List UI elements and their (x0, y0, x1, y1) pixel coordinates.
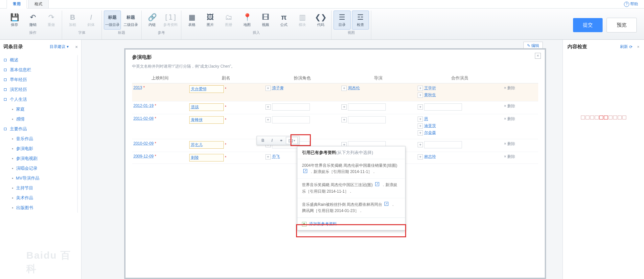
heading1-button[interactable]: 标题一级目录 (104, 11, 121, 30)
heading2-button[interactable]: 标题二级目录 (122, 11, 139, 30)
add-role-button[interactable]: + (265, 104, 271, 110)
code-button[interactable]: ❮❯代码 (312, 11, 329, 30)
toc-item[interactable]: 家庭 (3, 104, 76, 114)
table-row: 2012-01-19 * 逆战 * + + + × 删除 (132, 101, 538, 114)
toc-item[interactable]: 感情 (3, 114, 76, 124)
coactor-field[interactable]: 迪亚茨 (424, 123, 436, 129)
movie-title-field[interactable]: 天台爱情 (189, 85, 224, 93)
check-pagination[interactable] (567, 116, 639, 119)
role-field[interactable]: 乔飞 (272, 154, 280, 160)
add-director-button[interactable]: + (341, 104, 347, 110)
toc-item[interactable]: 主持节目 (3, 183, 76, 193)
tab-format[interactable]: 格式 (28, 0, 49, 8)
add-director-button[interactable]: + (341, 117, 347, 122)
release-date-field[interactable]: 2012-01-19 (133, 103, 153, 108)
toc-item[interactable]: 演唱会记录 (3, 163, 76, 173)
reference-item[interactable]: 2004年世界音乐奖揭晓 周杰伦获中国最佳销量奖(组图) ．新浪娱乐［引用日期 … (297, 159, 405, 179)
release-date-field[interactable]: 2013 (133, 85, 142, 90)
image-button[interactable]: 🖼图片 (202, 11, 219, 30)
toc-suggest-link[interactable]: 目录建议 ▾ (50, 44, 68, 50)
mini-italic-button[interactable]: I (267, 137, 277, 144)
check-close-button[interactable]: × (637, 45, 639, 49)
reference-item[interactable]: 世界音乐奖揭晓 周杰伦中国区三连冠(图) ．新浪娱乐［引用日期 2014-11-… (297, 179, 405, 198)
add-role-button[interactable]: + (265, 154, 271, 160)
release-date-field[interactable]: 2009-12-09 (133, 154, 153, 159)
coactor-field[interactable]: 尔金森 (424, 130, 436, 136)
delete-row-button[interactable]: × 删除 (504, 86, 515, 90)
add-coactor-button[interactable]: + (418, 154, 423, 160)
toc-item[interactable]: 早年经历 (3, 75, 76, 85)
toc-item[interactable]: 参演电视剧 (3, 154, 76, 163)
formula-button[interactable]: π公式 (275, 11, 292, 30)
tab-common[interactable]: 常用 (7, 0, 27, 9)
table-button[interactable]: ▦表格 (183, 11, 200, 30)
director-field[interactable]: 周杰伦 (348, 85, 360, 91)
movie-title-field[interactable]: 青蜂侠 (189, 116, 224, 124)
add-coactor-button[interactable]: + (418, 123, 423, 129)
release-date-field[interactable]: 2011-02-08 (133, 116, 153, 121)
video-button[interactable]: 🎞视频 (257, 11, 274, 30)
mini-reference-button[interactable]: [1]▾ (286, 137, 298, 144)
movie-title-field[interactable]: 逆战 (189, 103, 224, 111)
role-field[interactable] (272, 116, 310, 123)
map-button[interactable]: 📍地图 (239, 11, 256, 30)
toc-item[interactable]: 演艺经历 (3, 85, 76, 95)
release-date-field[interactable]: 2010-02-09 (133, 141, 153, 146)
coactor-field[interactable]: 林志玲 (424, 154, 436, 160)
add-coactor-button[interactable]: + (418, 130, 423, 136)
delete-row-button[interactable]: × 删除 (504, 154, 515, 159)
role-field[interactable] (272, 103, 310, 111)
director-field[interactable] (348, 103, 386, 111)
innerlink-button[interactable]: 🔗内链 (144, 11, 161, 30)
role-field[interactable]: 浪子膏 (272, 85, 284, 91)
add-director-button[interactable]: + (341, 86, 347, 91)
coactor-field[interactable]: 黄秋生 (424, 92, 436, 98)
modal-close-button[interactable]: × (535, 53, 541, 59)
reference-button: [1]参考资料 (162, 11, 179, 30)
preview-button[interactable]: 预览 (607, 18, 637, 32)
check-toggle-button[interactable]: ☲检查 (352, 11, 369, 30)
reference-item[interactable]: 音乐盛典Rain被粉丝扑倒 周杰伦蔡依林再同台 ．腾讯网［引用日期 2014-0… (297, 198, 405, 218)
coactor-field[interactable] (424, 103, 462, 111)
director-field[interactable] (348, 116, 386, 123)
add-role-button[interactable]: + (265, 86, 271, 91)
toc-item[interactable]: 出版图书 (3, 203, 76, 213)
toc-item[interactable]: 音乐作品 (3, 134, 76, 144)
movie-title-field[interactable]: 刺陵 (189, 154, 224, 161)
toc-item[interactable]: 美术作品 (3, 193, 76, 203)
add-coactor-button[interactable]: + (418, 93, 423, 98)
delete-row-button[interactable]: × 删除 (504, 104, 515, 108)
undo-button[interactable]: ↶撤销 (24, 11, 41, 30)
coactor-field[interactable]: 王学圻 (424, 85, 436, 91)
delete-row-button[interactable]: × 删除 (504, 141, 515, 146)
table-row: 2011-02-08 * 青蜂侠 * + + +恩+迪亚茨+尔金森 × 删除 (132, 114, 538, 139)
movie-title-field[interactable]: 苏乞儿 (189, 141, 224, 149)
col-title: 剧名 (188, 73, 264, 83)
toc-toggle-button[interactable]: ☰目录 (334, 11, 351, 30)
check-refresh-button[interactable]: 刷新 (620, 44, 628, 50)
coactor-field[interactable]: 恩 (424, 116, 428, 122)
submit-button[interactable]: 提交 (573, 18, 603, 32)
add-coactor-button[interactable]: + (418, 142, 423, 147)
add-coactor-button[interactable]: + (418, 117, 423, 122)
toc-item[interactable]: 基本信息栏 (3, 65, 76, 75)
toc-item[interactable]: MV导演作品 (3, 173, 76, 183)
refresh-icon: ⟳ (629, 45, 632, 49)
toc-item[interactable]: 个人生活 (3, 95, 76, 104)
add-new-reference-button[interactable]: 添加新参考资料 (297, 218, 405, 230)
mini-link-button[interactable]: ⚭ (277, 137, 286, 144)
toc-item[interactable]: 概述 (3, 55, 76, 65)
save-button[interactable]: 💾保存 (6, 11, 23, 30)
toc-item[interactable]: 主要作品 (3, 124, 76, 134)
delete-row-button[interactable]: × 删除 (504, 117, 515, 121)
add-coactor-button[interactable]: + (418, 104, 423, 110)
toc-item[interactable]: 参演电影 (3, 144, 76, 154)
help-link[interactable]: 帮助 (624, 1, 638, 7)
add-coactor-button[interactable]: + (418, 86, 423, 91)
toc-close-button[interactable]: × (75, 44, 78, 50)
external-link-icon (375, 182, 379, 186)
album-icon: 🗂 (225, 13, 232, 22)
coactor-field[interactable] (424, 141, 462, 148)
add-role-button[interactable]: + (265, 117, 271, 122)
mini-bold-button[interactable]: B (258, 137, 267, 144)
